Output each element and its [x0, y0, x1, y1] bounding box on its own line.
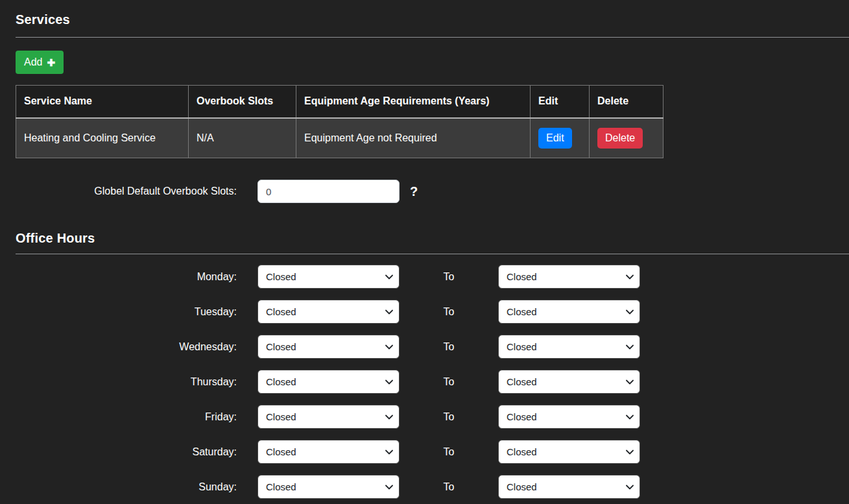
close-time-select[interactable]: Closed	[498, 370, 640, 394]
day-label: Tuesday:	[16, 306, 237, 318]
close-time-select-wrap: Closed	[498, 405, 640, 429]
settings-page: Services Add ✚ Service Name Overbook Slo…	[0, 0, 849, 499]
office-hours-row: Monday: Closed To Closed	[16, 265, 849, 289]
day-label: Friday:	[16, 411, 237, 423]
services-section-title: Services	[16, 10, 849, 29]
day-label: Wednesday:	[16, 341, 237, 353]
edit-service-button[interactable]: Edit	[538, 128, 572, 149]
office-hours-row: Friday: Closed To Closed	[16, 405, 849, 429]
table-row: Heating and Cooling Service N/A Equipmen…	[16, 118, 664, 158]
header-delete: Delete	[590, 86, 664, 118]
plus-icon: ✚	[47, 58, 55, 67]
close-time-select[interactable]: Closed	[498, 475, 640, 499]
header-edit: Edit	[531, 86, 590, 118]
close-time-select-wrap: Closed	[498, 335, 640, 359]
office-hours-row: Sunday: Closed To Closed	[16, 475, 849, 499]
to-label: To	[400, 481, 498, 493]
to-label: To	[400, 446, 498, 458]
help-icon[interactable]: ?	[410, 184, 418, 199]
to-label: To	[400, 376, 498, 388]
close-time-select[interactable]: Closed	[498, 265, 640, 289]
to-label: To	[400, 411, 498, 423]
day-label: Monday:	[16, 271, 237, 283]
office-hours-divider	[16, 254, 849, 254]
services-divider	[16, 37, 849, 38]
cell-equipment-age: Equipment Age not Required	[296, 118, 531, 158]
open-time-select[interactable]: Closed	[257, 265, 400, 289]
close-time-select[interactable]: Closed	[498, 440, 640, 464]
open-time-select-wrap: Closed	[257, 265, 400, 289]
close-time-select-wrap: Closed	[498, 475, 640, 499]
office-hours-row: Tuesday: Closed To Closed	[16, 300, 849, 324]
header-service-name: Service Name	[16, 86, 189, 118]
cell-edit: Edit	[531, 118, 590, 158]
close-time-select[interactable]: Closed	[498, 300, 640, 324]
cell-delete: Delete	[590, 118, 664, 158]
open-time-select-wrap: Closed	[257, 405, 400, 429]
open-time-select[interactable]: Closed	[257, 300, 400, 324]
close-time-select-wrap: Closed	[498, 370, 640, 394]
add-button-label: Add	[24, 56, 42, 68]
header-overbook-slots: Overbook Slots	[189, 86, 296, 118]
services-table-header-row: Service Name Overbook Slots Equipment Ag…	[16, 86, 664, 118]
add-service-button[interactable]: Add ✚	[16, 51, 64, 74]
delete-service-button[interactable]: Delete	[597, 128, 643, 149]
day-label: Thursday:	[16, 376, 237, 388]
office-hours-section-title: Office Hours	[16, 229, 849, 247]
open-time-select[interactable]: Closed	[257, 440, 400, 464]
office-hours-row: Thursday: Closed To Closed	[16, 370, 849, 394]
close-time-select-wrap: Closed	[498, 300, 640, 324]
to-label: To	[400, 341, 498, 353]
open-time-select-wrap: Closed	[257, 300, 400, 324]
close-time-select-wrap: Closed	[498, 440, 640, 464]
services-table: Service Name Overbook Slots Equipment Ag…	[16, 85, 664, 158]
open-time-select-wrap: Closed	[257, 475, 400, 499]
open-time-select-wrap: Closed	[257, 370, 400, 394]
global-overbook-input[interactable]	[257, 180, 400, 203]
close-time-select[interactable]: Closed	[498, 405, 640, 429]
to-label: To	[400, 306, 498, 318]
global-overbook-label: Globel Default Overbook Slots:	[16, 186, 237, 197]
open-time-select-wrap: Closed	[257, 440, 400, 464]
open-time-select[interactable]: Closed	[257, 335, 400, 359]
global-overbook-row: Globel Default Overbook Slots: ?	[16, 180, 849, 203]
open-time-select[interactable]: Closed	[257, 370, 400, 394]
office-hours-row: Wednesday: Closed To Closed	[16, 335, 849, 359]
open-time-select-wrap: Closed	[257, 335, 400, 359]
office-hours-row: Saturday: Closed To Closed	[16, 440, 849, 464]
day-label: Saturday:	[16, 446, 237, 458]
close-time-select[interactable]: Closed	[498, 335, 640, 359]
open-time-select[interactable]: Closed	[257, 405, 400, 429]
day-label: Sunday:	[16, 481, 237, 493]
header-equipment-age: Equipment Age Requirements (Years)	[296, 86, 531, 118]
open-time-select[interactable]: Closed	[257, 475, 400, 499]
close-time-select-wrap: Closed	[498, 265, 640, 289]
cell-overbook-slots: N/A	[189, 118, 296, 158]
to-label: To	[400, 271, 498, 283]
office-hours-rows: Monday: Closed To Closed Tuesday: Closed	[16, 265, 849, 499]
cell-service-name: Heating and Cooling Service	[16, 118, 189, 158]
